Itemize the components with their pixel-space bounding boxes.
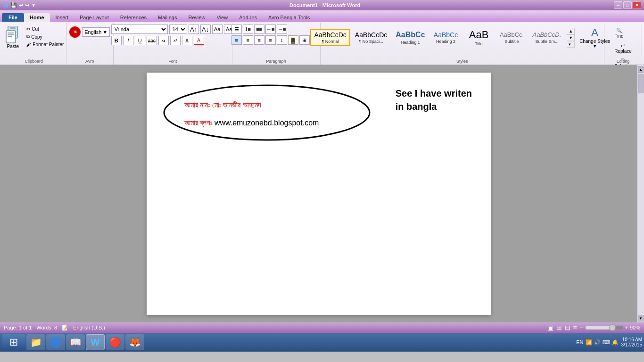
decrease-indent-button[interactable]: ←≡ xyxy=(265,25,276,34)
zoom-out-button[interactable]: ─ xyxy=(580,325,584,330)
tab-mailings[interactable]: Mailings xyxy=(152,13,182,22)
replace-button[interactable]: ⇄ Replace xyxy=(611,41,635,55)
scroll-up-button[interactable]: ▲ xyxy=(638,66,644,73)
clipboard-group: Paste ✂ Cut ⧉ Copy 🖌 Format Painter Clip… xyxy=(2,23,66,65)
view-print-icon[interactable]: ▣ xyxy=(547,324,553,331)
styles-scroll-up[interactable]: ▲ xyxy=(567,28,575,34)
quick-save-icon[interactable]: 💾 xyxy=(10,2,17,8)
language-selector[interactable]: English ▼ xyxy=(82,27,110,37)
font-content: Vrinda 14 A↑ A↓ Aa Aa B I U abc x₂ x² A … xyxy=(111,25,234,64)
taskbar-explorer[interactable]: 📁 xyxy=(26,334,45,350)
line-spacing-button[interactable]: ↕ xyxy=(277,35,287,45)
style-subtle-em[interactable]: AaBbCcD. Subtle Em... xyxy=(529,29,565,46)
view-draft-icon[interactable]: ≡ xyxy=(573,324,577,331)
styles-expand[interactable]: ▾ xyxy=(567,41,575,48)
style-heading1[interactable]: AaBbCc Heading 1 xyxy=(392,28,429,47)
tab-home[interactable]: Home xyxy=(24,13,50,22)
paste-button[interactable]: Paste xyxy=(2,25,24,50)
title-bar: W 💾 ↩ ↪ ▼ Document1 - Microsoft Word ─ □… xyxy=(0,0,644,10)
redo-icon[interactable]: ↪ xyxy=(25,2,29,8)
increase-font-button[interactable]: A↑ xyxy=(189,25,199,34)
tab-addins[interactable]: Add-Ins xyxy=(233,13,263,22)
style-subtitle-label: Subtitle xyxy=(505,39,519,44)
taskbar-word[interactable]: W xyxy=(86,334,105,350)
justify-button[interactable]: ≡ xyxy=(265,35,276,45)
italic-button[interactable]: I xyxy=(123,36,133,45)
explorer-icon: 📁 xyxy=(30,337,42,348)
clipboard-group-label: Clipboard xyxy=(25,59,43,64)
style-title[interactable]: AaB Title xyxy=(463,26,495,49)
multilevel-list-button[interactable]: ≡≡ xyxy=(254,25,264,34)
view-fullscreen-icon[interactable]: ⊞ xyxy=(556,324,562,331)
change-styles-dropdown: ▼ xyxy=(593,44,597,49)
text-highlight-button[interactable]: A xyxy=(182,36,192,45)
tab-file[interactable]: File xyxy=(2,13,24,22)
style-no-spacing[interactable]: AaBbCcDc ¶ No Spaci... xyxy=(351,29,391,47)
font-group-label: Font xyxy=(168,59,177,64)
clear-format-button[interactable]: Aa xyxy=(212,25,223,34)
zoom-slider[interactable] xyxy=(586,326,623,329)
align-left-button[interactable]: ≡ xyxy=(231,35,242,45)
styles-scroll-down[interactable]: ▼ xyxy=(567,34,575,41)
zoom-in-button[interactable]: + xyxy=(625,325,628,330)
minimize-button[interactable]: ─ xyxy=(614,1,622,9)
decrease-font-button[interactable]: A↓ xyxy=(200,25,211,34)
cut-button[interactable]: ✂ Cut xyxy=(25,25,66,33)
app2-icon: 🌀 xyxy=(50,337,62,348)
taskbar-app5[interactable]: 🔴 xyxy=(106,334,124,350)
font-color-button[interactable]: A xyxy=(194,36,204,45)
taskbar-app3[interactable]: 📖 xyxy=(66,334,85,350)
align-right-button[interactable]: ≡ xyxy=(254,35,264,45)
taskbar-app2[interactable]: 🌀 xyxy=(46,334,65,350)
subscript-button[interactable]: x₂ xyxy=(158,36,169,45)
font-row-1: Vrinda 14 A↑ A↓ Aa Aa xyxy=(111,25,234,34)
scroll-down-button[interactable]: ▼ xyxy=(638,315,644,321)
bullets-button[interactable]: ☰ xyxy=(231,25,242,34)
style-title-text: AaB xyxy=(469,29,489,41)
start-button[interactable]: ⊞ xyxy=(2,334,25,350)
zoom-level: 90% xyxy=(630,325,640,330)
taskbar-right: EN 📶 🔊 ⌨ 🔔 10:16 AM 3/17/2015 xyxy=(576,337,642,347)
see-annotation: See I have writenin bangla xyxy=(396,87,472,113)
close-button[interactable]: ✕ xyxy=(633,1,641,9)
time-display: 10:16 AM xyxy=(621,337,643,342)
qa-dropdown-icon[interactable]: ▼ xyxy=(31,3,36,8)
style-subtitle[interactable]: AaBbCc. Subtitle xyxy=(496,29,528,46)
scroll-thumb[interactable] xyxy=(638,74,644,93)
language-label: English xyxy=(84,29,101,35)
paragraph-group: ☰ 1≡ ≡≡ ←≡ →≡ ≡ ≡ ≡ ≡ ↕ ▓ ⊞ ¶ Paragraph xyxy=(232,23,321,65)
align-center-button[interactable]: ≡ xyxy=(243,35,253,45)
numbering-button[interactable]: 1≡ xyxy=(243,25,253,34)
vertical-scrollbar[interactable]: ▲ ▼ xyxy=(637,65,644,322)
view-web-icon[interactable]: ⊟ xyxy=(565,324,570,331)
maximize-button[interactable]: □ xyxy=(623,1,632,9)
undo-icon[interactable]: ↩ xyxy=(19,2,23,8)
tab-insert[interactable]: Insert xyxy=(50,13,74,22)
borders-button[interactable]: ⊞ xyxy=(299,35,310,45)
language-status: English (U.S.) xyxy=(73,325,105,330)
tab-review[interactable]: Review xyxy=(182,13,211,22)
tab-view[interactable]: View xyxy=(211,13,234,22)
paragraph-row2: ≡ ≡ ≡ ≡ ↕ ▓ ⊞ ¶ xyxy=(231,35,321,45)
tab-avro[interactable]: Avro Bangla Tools xyxy=(263,13,315,22)
tab-page-layout[interactable]: Page Layout xyxy=(74,13,115,22)
style-heading2[interactable]: AaBbCc Heading 2 xyxy=(430,29,462,47)
find-button[interactable]: 🔍 Find xyxy=(611,26,627,40)
copy-button[interactable]: ⧉ Copy xyxy=(25,33,66,41)
strikethrough-button[interactable]: abc xyxy=(147,36,157,45)
tab-references[interactable]: References xyxy=(115,13,152,22)
increase-indent-button[interactable]: →≡ xyxy=(277,25,287,34)
bold-button[interactable]: B xyxy=(111,36,122,45)
taskbar-firefox[interactable]: 🦊 xyxy=(125,334,144,350)
shading-button[interactable]: ▓ xyxy=(288,35,298,45)
style-heading2-text: AaBbCc xyxy=(434,31,458,39)
keyboard-icon: ⌨ xyxy=(603,339,610,346)
superscript-button[interactable]: x² xyxy=(170,36,181,45)
font-size-select[interactable]: 14 xyxy=(169,25,187,34)
style-no-spacing-text: AaBbCcDc xyxy=(355,31,387,39)
font-face-select[interactable]: Vrinda xyxy=(111,25,168,34)
document-page[interactable]: আমার নামঃ মোঃ তানভীর আহমেদ আমার ব্লগঃ ww… xyxy=(147,73,491,315)
underline-button[interactable]: U xyxy=(135,36,145,45)
format-painter-button[interactable]: 🖌 Format Painter xyxy=(25,41,66,48)
style-normal[interactable]: AaBbCcDc ¶ Normal xyxy=(310,29,350,47)
